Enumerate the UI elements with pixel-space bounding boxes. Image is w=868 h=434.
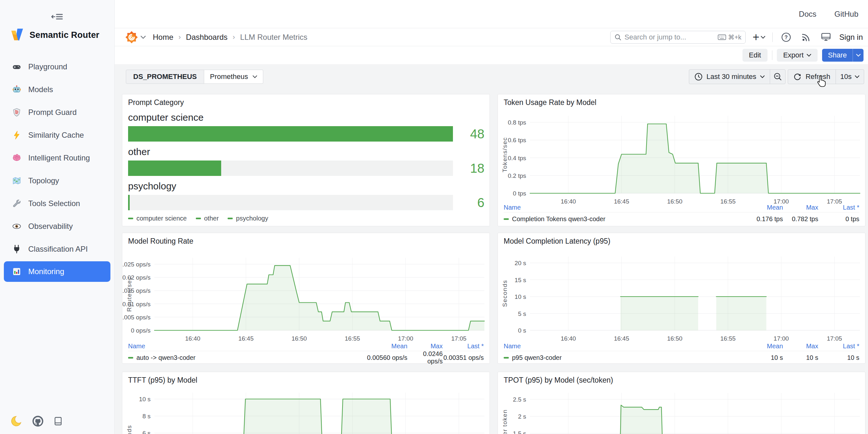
svg-text:Seconds: Seconds <box>126 425 132 434</box>
sidebar-item-label: Tools Selection <box>28 199 80 208</box>
series-last: 0 tps <box>818 215 859 223</box>
panel-model-routing: Model Routing Rate 16:4016:4516:5016:551… <box>122 233 490 364</box>
svg-text:17:00: 17:00 <box>774 335 789 342</box>
search-input[interactable]: Search or jump to... ⌘+k <box>610 31 746 44</box>
legend-header-last[interactable]: Last * <box>443 342 484 350</box>
legend-header-max[interactable]: Max <box>783 204 818 211</box>
datasource-variable-select[interactable]: Prometheus <box>204 70 263 84</box>
github-icon[interactable] <box>32 415 44 427</box>
legend-item[interactable]: computer science <box>128 215 187 222</box>
legend-header-name[interactable]: Name <box>504 342 719 350</box>
breadcrumb-home[interactable]: Home <box>153 33 173 42</box>
sidebar-item-similarity-cache[interactable]: Similarity Cache <box>0 124 114 146</box>
docs-link[interactable]: Docs <box>799 10 817 19</box>
legend-header-name[interactable]: Name <box>504 204 719 211</box>
shield-icon <box>12 108 21 117</box>
share-menu-button[interactable] <box>852 49 864 62</box>
github-link[interactable]: GitHub <box>834 10 858 19</box>
sidebar: Semantic Router Playground M <box>0 0 115 434</box>
sidebar-item-tools-selection[interactable]: Tools Selection <box>0 192 114 215</box>
refresh-button[interactable]: Refresh <box>788 70 835 84</box>
search-shortcut: ⌘+k <box>718 33 742 41</box>
svg-text:0.2 tps: 0.2 tps <box>508 173 526 179</box>
help-button[interactable]: ? <box>780 31 793 44</box>
book-icon[interactable] <box>53 416 63 426</box>
series-name[interactable]: auto -> qwen3-coder <box>128 354 343 362</box>
zoom-out-button[interactable] <box>770 70 785 84</box>
svg-text:0.6 tps: 0.6 tps <box>508 137 526 144</box>
semantic-router-logo-icon <box>10 28 24 42</box>
datasource-variable-label: DS_PROMETHEUS <box>126 70 204 84</box>
legend-header-max[interactable]: Max <box>407 342 443 350</box>
bar-track <box>128 160 453 176</box>
export-button[interactable]: Export <box>777 49 818 62</box>
edit-button[interactable]: Edit <box>743 49 768 62</box>
legend-header-name[interactable]: Name <box>128 342 343 350</box>
legend-header-mean[interactable]: Mean <box>719 204 783 211</box>
sidebar-item-label: Classification API <box>28 245 88 254</box>
zoom-out-icon <box>773 72 782 81</box>
sidebar-item-classification-api[interactable]: Classification API <box>0 238 114 260</box>
series-mean: 0.176 tps <box>719 215 783 223</box>
panel-title: Prompt Category <box>128 98 184 107</box>
chevron-down-icon <box>761 36 765 39</box>
svg-text:16:50: 16:50 <box>291 335 307 342</box>
grafana-logo-icon[interactable] <box>125 31 138 44</box>
news-button[interactable] <box>800 31 812 44</box>
sidebar-item-label: Models <box>28 85 53 94</box>
monitor-icon <box>820 32 831 42</box>
svg-text:16:40: 16:40 <box>561 335 576 342</box>
sidebar-item-playground[interactable]: Playground <box>0 55 114 78</box>
series-name[interactable]: p95 qwen3-coder <box>504 354 719 362</box>
app-logo[interactable]: Semantic Router <box>10 28 99 42</box>
sidebar-collapse-icon[interactable] <box>51 11 64 22</box>
sign-in-button[interactable]: Sign in <box>839 33 863 42</box>
share-button[interactable]: Share <box>822 49 852 62</box>
sidebar-item-prompt-guard[interactable]: Prompt Guard <box>0 101 114 124</box>
legend-header-max[interactable]: Max <box>783 342 818 350</box>
gamepad-icon <box>12 62 21 71</box>
sidebar-item-models[interactable]: Models <box>0 78 114 101</box>
bar-track <box>128 195 453 210</box>
bar-chart-icon <box>12 267 21 276</box>
svg-text:8 s: 8 s <box>143 413 151 420</box>
series-mean: 10 s <box>719 354 783 362</box>
legend-header-last[interactable]: Last * <box>818 204 859 211</box>
time-range-picker[interactable]: Last 30 minutes <box>689 70 770 84</box>
eye-icon <box>12 222 21 231</box>
sidebar-item-intelligent-routing[interactable]: Intelligent Routing <box>0 146 114 169</box>
sidebar-item-observability[interactable]: Observability <box>0 215 114 238</box>
sidebar-item-monitoring[interactable]: Monitoring <box>4 261 111 282</box>
bar-fill <box>128 195 130 210</box>
breadcrumb-dashboards[interactable]: Dashboards <box>186 33 227 42</box>
legend-header-last[interactable]: Last * <box>818 342 859 350</box>
legend-item[interactable]: other <box>196 215 219 222</box>
legend-header-mean[interactable]: Mean <box>343 342 407 350</box>
panel-legend: computer science other psychology <box>128 215 268 222</box>
app-header: Docs GitHub <box>115 0 868 28</box>
dashboard-canvas: DS_PROMETHEUS Prometheus Last 30 minutes <box>115 64 868 434</box>
sidebar-item-topology[interactable]: Topology <box>0 169 114 192</box>
legend-item[interactable]: psychology <box>227 215 268 222</box>
chevron-down-icon <box>760 75 765 78</box>
org-switcher-chevron-icon[interactable] <box>141 35 146 39</box>
sidebar-footer <box>11 415 63 427</box>
kiosk-mode-button[interactable] <box>819 31 832 44</box>
bar-fill <box>128 160 221 176</box>
legend-table: Name Mean Max Last * Completion Tokens q… <box>504 203 859 225</box>
grafana-header: Home › Dashboards › LLM Router Metrics S… <box>115 28 868 46</box>
svg-text:20 s: 20 s <box>515 260 526 267</box>
sidebar-item-label: Intelligent Routing <box>28 153 90 162</box>
refresh-interval-select[interactable]: 10s <box>836 70 864 84</box>
new-button[interactable]: + <box>753 31 765 43</box>
svg-text:Seconds: Seconds <box>501 280 508 307</box>
series-swatch <box>128 357 133 359</box>
bar-value: 6 <box>449 195 485 210</box>
theme-toggle-moon-icon[interactable] <box>11 415 23 427</box>
series-name[interactable]: Completion Tokens qwen3-coder <box>504 215 719 223</box>
panel-ttft: TTFT (p95) by Model 16:4016:4516:5016:55… <box>122 372 490 434</box>
header-divider <box>772 32 773 42</box>
series-last: 0.00351 ops/s <box>443 354 484 362</box>
sidebar-item-label: Observability <box>28 222 73 231</box>
legend-header-mean[interactable]: Mean <box>719 342 783 350</box>
